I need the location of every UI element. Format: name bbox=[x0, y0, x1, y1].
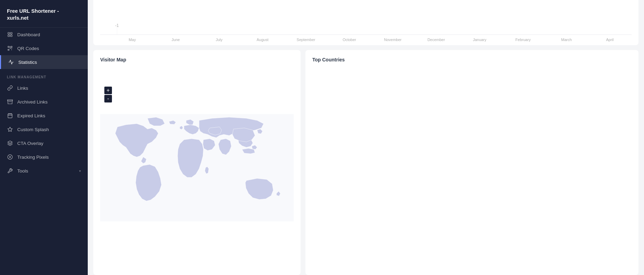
svg-rect-5 bbox=[11, 46, 12, 47]
sidebar-item-archived-links[interactable]: Archived Links bbox=[0, 95, 88, 109]
layers-icon bbox=[7, 140, 13, 146]
zoom-in-button[interactable]: + bbox=[104, 87, 112, 94]
svg-rect-4 bbox=[8, 46, 9, 47]
chart-container: -1 bbox=[100, 0, 632, 35]
svg-marker-17 bbox=[8, 141, 12, 143]
x-label-december: December bbox=[415, 38, 458, 42]
sidebar-item-custom-splash-label: Custom Splash bbox=[17, 127, 81, 132]
x-label-april: April bbox=[588, 38, 632, 42]
sidebar-item-dashboard[interactable]: Dashboard bbox=[0, 28, 88, 41]
sidebar-item-expired-links[interactable]: Expired Links bbox=[0, 109, 88, 122]
sidebar-item-cta-overlay[interactable]: CTA Overlay bbox=[0, 136, 88, 150]
sidebar-item-dashboard-label: Dashboard bbox=[17, 32, 81, 37]
x-label-october: October bbox=[328, 38, 371, 42]
svg-rect-3 bbox=[10, 35, 12, 37]
sidebar-item-tracking-pixels[interactable]: Tracking Pixels bbox=[0, 150, 88, 164]
map-controls: + - bbox=[104, 87, 112, 102]
svg-marker-16 bbox=[8, 127, 12, 131]
x-label-august: August bbox=[241, 38, 284, 42]
chevron-down-icon: ▾ bbox=[79, 169, 81, 173]
zoom-out-button[interactable]: - bbox=[104, 95, 112, 102]
sidebar-item-tools[interactable]: Tools ▾ bbox=[0, 164, 88, 178]
sidebar-item-archived-links-label: Archived Links bbox=[17, 99, 81, 105]
calendar-icon bbox=[7, 112, 13, 119]
svg-text:-1: -1 bbox=[115, 23, 119, 28]
sidebar-item-qr-codes[interactable]: QR Codes bbox=[0, 41, 88, 55]
sidebar-item-qr-label: QR Codes bbox=[17, 46, 81, 51]
svg-rect-12 bbox=[8, 114, 12, 118]
sidebar-item-links[interactable]: Links bbox=[0, 81, 88, 95]
sidebar-item-custom-splash[interactable]: Custom Splash bbox=[0, 122, 88, 136]
sidebar-item-statistics[interactable]: Statistics bbox=[0, 55, 88, 69]
chart-x-labels: May June July August September October N… bbox=[100, 38, 632, 42]
svg-point-7 bbox=[11, 49, 12, 50]
svg-rect-2 bbox=[8, 35, 10, 37]
chart-svg: -1 bbox=[100, 0, 632, 35]
x-label-july: July bbox=[197, 38, 241, 42]
link-icon bbox=[7, 85, 13, 91]
top-countries-title: Top Countries bbox=[312, 57, 632, 62]
sidebar-item-tools-label: Tools bbox=[17, 168, 75, 174]
sidebar: Free URL Shortener - xurls.net Dashboard… bbox=[0, 0, 88, 275]
star-icon bbox=[7, 126, 13, 132]
x-label-march: March bbox=[545, 38, 588, 42]
sidebar-item-expired-links-label: Expired Links bbox=[17, 113, 81, 118]
svg-rect-1 bbox=[10, 32, 12, 34]
chart-x-axis: May June July August September October N… bbox=[100, 35, 632, 42]
sidebar-item-statistics-label: Statistics bbox=[18, 60, 81, 65]
sidebar-item-tracking-pixels-label: Tracking Pixels bbox=[17, 155, 81, 160]
svg-point-19 bbox=[9, 156, 11, 158]
x-label-november: November bbox=[371, 38, 415, 42]
panels-row: Visitor Map + - bbox=[93, 50, 638, 275]
top-countries-panel: Top Countries bbox=[305, 50, 638, 275]
link-management-label: Link Management bbox=[0, 69, 88, 81]
x-label-february: February bbox=[501, 38, 545, 42]
x-label-september: September bbox=[284, 38, 328, 42]
x-label-january: January bbox=[458, 38, 501, 42]
brand-title: Free URL Shortener - xurls.net bbox=[7, 8, 81, 21]
qr-icon bbox=[7, 45, 13, 51]
map-wrapper: + - bbox=[100, 67, 294, 268]
x-label-may: May bbox=[111, 38, 154, 42]
grid-icon bbox=[7, 31, 13, 38]
tool-icon bbox=[7, 168, 13, 174]
visitor-map-panel: Visitor Map + - bbox=[93, 50, 301, 275]
main-content: -1 May June July August September Octobe… bbox=[88, 0, 644, 275]
visitor-map-title: Visitor Map bbox=[100, 57, 294, 62]
brand: Free URL Shortener - xurls.net bbox=[0, 0, 88, 28]
world-map bbox=[100, 81, 294, 254]
circle-icon bbox=[7, 154, 13, 160]
chart-icon bbox=[8, 59, 14, 65]
sidebar-item-cta-overlay-label: CTA Overlay bbox=[17, 141, 81, 146]
svg-rect-10 bbox=[8, 100, 13, 101]
svg-rect-6 bbox=[8, 49, 9, 50]
sidebar-item-links-label: Links bbox=[17, 86, 81, 91]
archive-icon bbox=[7, 99, 13, 105]
chart-area: -1 May June July August September Octobe… bbox=[93, 0, 638, 45]
svg-rect-0 bbox=[8, 32, 10, 34]
x-label-june: June bbox=[154, 38, 198, 42]
